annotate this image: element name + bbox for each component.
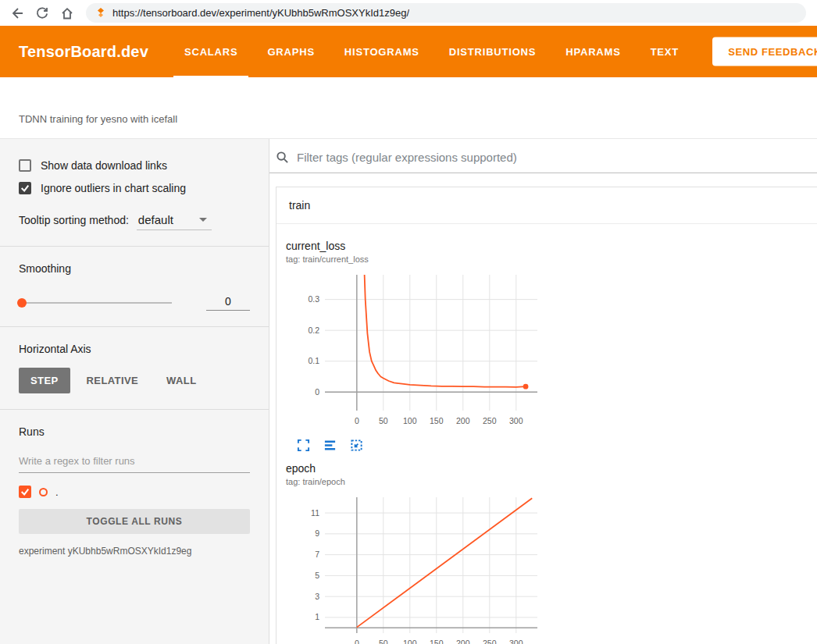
show-download-checkbox[interactable]	[19, 159, 31, 172]
tooltip-sorting-row: Tooltip sorting method: default	[19, 213, 250, 230]
chart-card: current_loss tag: train/current_loss 00.…	[286, 240, 544, 453]
line-chart[interactable]: 00.10.20.3050100150200250300	[286, 270, 544, 429]
ignore-outliers-checkbox[interactable]	[19, 182, 31, 194]
tab-scalars[interactable]: SCALARS	[183, 26, 239, 77]
svg-text:9: 9	[315, 528, 319, 538]
address-bar[interactable]: https://tensorboard.dev/experiment/yKUbh…	[86, 3, 806, 23]
show-download-label: Show data download links	[41, 159, 167, 172]
svg-text:0: 0	[315, 387, 319, 397]
sidebar: Show data download links Ignore outliers…	[0, 139, 269, 644]
runs-filter-input[interactable]	[19, 450, 250, 473]
svg-text:200: 200	[456, 639, 470, 644]
chart-tag: tag: train/current_loss	[286, 254, 544, 264]
runs-label: Runs	[19, 425, 250, 438]
svg-text:0: 0	[355, 416, 359, 425]
experiment-id-label: experiment yKUbhb5wRmOSXYkId1z9eg	[19, 546, 250, 557]
toggle-all-runs-button[interactable]: TOGGLE ALL RUNS	[19, 509, 250, 534]
expand-chart-icon[interactable]	[297, 439, 311, 453]
app-header: TensorBoard.dev SCALARSGRAPHSHISTOGRAMSD…	[0, 26, 817, 77]
ignore-outliers-row[interactable]: Ignore outliers in chart scaling	[19, 182, 250, 194]
experiment-subheader: TDNN training for yesno with icefall	[0, 77, 817, 139]
divider	[0, 409, 269, 410]
svg-text:11: 11	[311, 508, 319, 518]
svg-text:100: 100	[403, 416, 417, 425]
svg-text:200: 200	[456, 416, 470, 425]
svg-text:50: 50	[379, 416, 388, 425]
tab-text[interactable]: TEXT	[649, 26, 680, 77]
svg-text:100: 100	[403, 639, 417, 644]
run-row[interactable]: .	[19, 486, 250, 498]
svg-text:7: 7	[315, 550, 319, 559]
svg-text:3: 3	[315, 592, 319, 601]
search-icon	[276, 151, 289, 164]
main-panel: train current_loss tag: train/current_lo…	[269, 139, 817, 644]
chart-toolbar	[286, 439, 544, 453]
svg-text:5: 5	[315, 571, 319, 580]
chart-title: epoch	[286, 462, 544, 475]
tag-group-header[interactable]: train	[276, 187, 817, 224]
smoothing-slider-knob[interactable]	[17, 298, 27, 308]
svg-text:250: 250	[483, 416, 497, 425]
line-chart[interactable]: 1357911050100150200250300	[286, 493, 544, 644]
browser-toolbar: https://tensorboard.dev/experiment/yKUbh…	[0, 0, 817, 26]
svg-text:50: 50	[379, 639, 388, 644]
horizontal-axis-buttons: STEP RELATIVE WALL	[19, 368, 250, 393]
chevron-down-icon	[199, 218, 207, 222]
tag-filter-input[interactable]	[297, 151, 811, 164]
smoothing-label: Smoothing	[19, 262, 250, 275]
smoothing-row: 0	[19, 295, 250, 311]
tag-filter-row	[269, 139, 817, 173]
flush-y-axis-icon[interactable]	[323, 439, 337, 453]
svg-text:150: 150	[430, 639, 444, 644]
run-color-swatch	[39, 488, 48, 496]
show-download-row[interactable]: Show data download links	[19, 159, 250, 172]
tab-graphs[interactable]: GRAPHS	[266, 26, 316, 77]
tab-distributions[interactable]: DISTRIBUTIONS	[448, 26, 538, 77]
svg-text:0: 0	[355, 639, 359, 644]
reload-icon[interactable]	[33, 4, 52, 23]
svg-text:0.1: 0.1	[308, 356, 319, 365]
svg-text:1: 1	[315, 612, 319, 621]
smoothing-value[interactable]: 0	[206, 295, 250, 311]
charts-grid: current_loss tag: train/current_loss 00.…	[276, 224, 817, 644]
experiment-title: TDNN training for yesno with icefall	[19, 113, 177, 125]
divider	[0, 326, 269, 327]
url-text[interactable]: https://tensorboard.dev/experiment/yKUbh…	[112, 7, 409, 19]
home-icon[interactable]	[58, 4, 77, 23]
svg-text:250: 250	[483, 639, 497, 644]
svg-text:0.3: 0.3	[308, 294, 319, 304]
back-icon[interactable]	[8, 4, 27, 23]
svg-text:300: 300	[509, 639, 523, 644]
chart-title: current_loss	[286, 240, 544, 252]
app-logo: TensorBoard.dev	[19, 43, 148, 61]
send-feedback-button[interactable]: SEND FEEDBACK	[712, 37, 817, 66]
tab-hparams[interactable]: HPARAMS	[564, 26, 622, 77]
tag-group-card: train current_loss tag: train/current_lo…	[276, 187, 817, 644]
horizontal-axis-label: Horizontal Axis	[19, 343, 250, 355]
axis-relative-button[interactable]: RELATIVE	[75, 368, 151, 393]
chart-card: epoch tag: train/epoch 13579110501001502…	[286, 462, 544, 644]
tooltip-sorting-value: default	[138, 213, 173, 226]
svg-text:150: 150	[430, 416, 444, 425]
svg-text:0.2: 0.2	[308, 326, 319, 335]
tab-histograms[interactable]: HISTOGRAMS	[343, 26, 421, 77]
svg-text:300: 300	[509, 416, 523, 425]
divider	[0, 246, 269, 247]
fit-domain-icon[interactable]	[350, 439, 364, 453]
ignore-outliers-label: Ignore outliers in chart scaling	[41, 182, 186, 194]
axis-step-button[interactable]: STEP	[19, 368, 70, 393]
tooltip-sorting-label: Tooltip sorting method:	[19, 214, 129, 226]
tooltip-sorting-dropdown[interactable]: default	[137, 213, 212, 230]
content: Show data download links Ignore outliers…	[0, 139, 817, 644]
header-nav: SCALARSGRAPHSHISTOGRAMSDISTRIBUTIONSHPAR…	[183, 26, 680, 77]
run-checkbox[interactable]	[19, 486, 31, 498]
smoothing-slider[interactable]	[19, 302, 172, 304]
site-favicon	[95, 8, 106, 19]
page: https://tensorboard.dev/experiment/yKUbh…	[0, 0, 817, 644]
run-name: .	[55, 486, 59, 498]
chart-tag: tag: train/epoch	[286, 477, 544, 486]
axis-wall-button[interactable]: WALL	[155, 368, 208, 393]
